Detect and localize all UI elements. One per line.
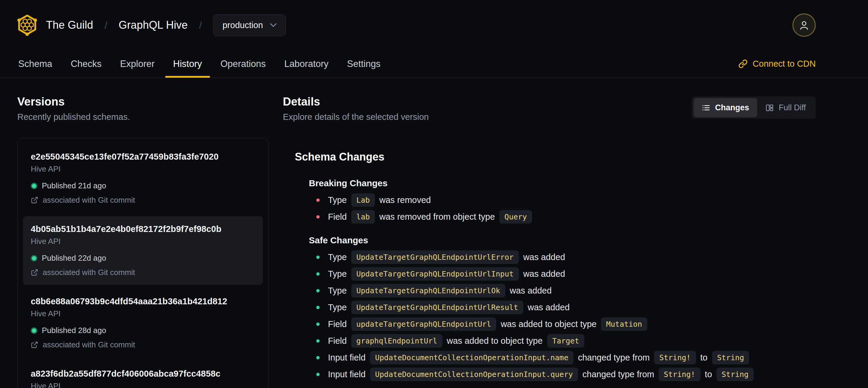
change-text: was added to object type — [447, 336, 543, 346]
version-card[interactable]: c8b6e88a06793b9c4dfd54aaa21b36a1b421d812… — [23, 289, 263, 357]
tab-history[interactable]: History — [165, 50, 210, 78]
link-chain-icon — [738, 59, 748, 68]
bullet-dot-icon — [316, 356, 319, 359]
change-text: was removed — [379, 195, 431, 205]
breaking-changes-list: TypeLabwas removedFieldlabwas removed fr… — [309, 191, 816, 225]
change-item: TypeUpdateTargetGraphQLEndpointUrlOkwas … — [316, 282, 816, 299]
schema-member-chip: Mutation — [601, 318, 647, 331]
breadcrumb-project[interactable]: GraphQL Hive — [119, 19, 188, 31]
bullet-dot-icon — [316, 199, 319, 202]
git-commit-link[interactable]: associated with Git commit — [31, 340, 255, 350]
change-text: was removed from object type — [379, 212, 495, 222]
version-status-label: Published 28d ago — [42, 326, 106, 335]
change-item: Input fieldUpdateDocumentCollectionOpera… — [316, 366, 816, 383]
tab-settings[interactable]: Settings — [339, 50, 389, 78]
change-text: to — [701, 353, 708, 363]
change-text: was added — [523, 252, 565, 262]
change-text: was added — [510, 286, 552, 296]
change-groups: Breaking ChangesTypeLabwas removedFieldl… — [295, 178, 816, 383]
change-text: Field — [328, 336, 347, 346]
bullet-dot-icon — [316, 256, 319, 259]
full-diff-view-button[interactable]: Full Diff — [757, 98, 814, 117]
version-hash: 4b05ab51b1b4a7e2e4b0ef82172f2b9f7ef98c0b — [31, 224, 255, 234]
git-commit-link[interactable]: associated with Git commit — [31, 196, 255, 205]
app-header: The Guild / GraphQL Hive / production Sc… — [0, 0, 868, 78]
details-header: Details Explore details of the selected … — [283, 95, 816, 122]
change-text: Type — [328, 252, 347, 262]
bullet-dot-icon — [316, 373, 319, 376]
published-dot-icon — [31, 255, 37, 262]
git-commit-label: associated with Git commit — [43, 268, 135, 277]
breadcrumb-separator: / — [199, 20, 202, 31]
versions-panel: Versions Recently published schemas. e2e… — [17, 95, 269, 388]
tab-operations[interactable]: Operations — [212, 50, 274, 78]
details-panel: Details Explore details of the selected … — [283, 95, 816, 388]
user-icon — [798, 20, 810, 31]
version-service: Hive API — [31, 381, 255, 388]
breaking-changes-title: Breaking Changes — [309, 178, 816, 188]
bullet-dot-icon — [316, 339, 319, 342]
connect-to-cdn-link[interactable]: Connect to CDN — [738, 50, 816, 78]
change-text: was added — [528, 302, 569, 312]
change-item: FieldgraphqlEndpointUrlwas added to obje… — [316, 332, 816, 349]
chevron-down-icon — [270, 23, 277, 27]
schema-changes-title: Schema Changes — [295, 151, 816, 163]
version-status-label: Published 22d ago — [42, 253, 106, 263]
bullet-dot-icon — [316, 306, 319, 309]
target-selector-value: production — [222, 20, 263, 30]
tab-explorer[interactable]: Explorer — [112, 50, 162, 78]
breadcrumb: The Guild / GraphQL Hive / production — [46, 14, 286, 36]
schema-member-chip: String! — [654, 351, 696, 364]
user-avatar-button[interactable] — [793, 13, 816, 37]
git-commit-label: associated with Git commit — [43, 340, 135, 350]
safe-changes-group: Safe ChangesTypeUpdateTargetGraphQLEndpo… — [309, 235, 816, 383]
schema-member-chip: Query — [499, 210, 532, 223]
version-card[interactable]: 4b05ab51b1b4a7e2e4b0ef82172f2b9f7ef98c0b… — [23, 216, 263, 285]
version-service: Hive API — [31, 309, 255, 318]
changes-view-label: Changes — [715, 103, 749, 112]
schema-member-chip: UpdateTargetGraphQLEndpointUrlResult — [351, 301, 523, 314]
schema-member-chip: lab — [351, 210, 375, 223]
schema-member-chip: Target — [547, 334, 584, 348]
change-text: Input field — [328, 369, 366, 379]
change-item: FieldupdateTargetGraphQLEndpointUrlwas a… — [316, 316, 816, 332]
version-service: Hive API — [31, 165, 255, 173]
change-item: TypeUpdateTargetGraphQLEndpointUrlInputw… — [316, 265, 816, 282]
change-item: TypeLabwas removed — [316, 191, 816, 208]
target-selector-dropdown[interactable]: production — [213, 14, 286, 36]
version-hash: e2e55045345ce13fe07f52a77459b83fa3fe7020 — [31, 152, 255, 162]
nav-tabs: SchemaChecksExplorerHistoryOperationsLab… — [10, 50, 389, 78]
bullet-dot-icon — [316, 215, 319, 218]
schema-member-chip: UpdateTargetGraphQLEndpointUrlError — [351, 250, 519, 264]
bullet-dot-icon — [316, 272, 319, 276]
change-text: Type — [328, 269, 347, 279]
breaking-changes-group: Breaking ChangesTypeLabwas removedFieldl… — [309, 178, 816, 225]
breadcrumb-org[interactable]: The Guild — [46, 19, 93, 31]
versions-subtitle: Recently published schemas. — [17, 112, 269, 122]
schema-changes-section: Schema Changes Breaking ChangesTypeLabwa… — [295, 151, 816, 383]
schema-member-chip: UpdateDocumentCollectionOperationInput.q… — [370, 368, 578, 381]
external-link-icon — [31, 269, 38, 276]
version-status: Published 21d ago — [31, 181, 255, 190]
change-text: changed type from — [578, 353, 650, 363]
breadcrumb-separator: / — [104, 20, 107, 31]
details-subtitle: Explore details of the selected version — [283, 112, 429, 122]
change-item: Fieldlabwas removed from object typeQuer… — [316, 208, 816, 225]
list-icon — [702, 103, 710, 112]
tab-checks[interactable]: Checks — [63, 50, 110, 78]
changes-view-button[interactable]: Changes — [693, 98, 757, 117]
version-card[interactable]: e2e55045345ce13fe07f52a77459b83fa3fe7020… — [23, 144, 263, 212]
hive-logo-icon[interactable] — [17, 12, 37, 38]
version-card[interactable]: a823f6db2a55df877dcf406006abca97fcc4858c… — [23, 361, 263, 388]
schema-member-chip: graphqlEndpointUrl — [351, 334, 442, 348]
brand-area: The Guild / GraphQL Hive / production — [17, 12, 286, 38]
schema-member-chip: updateTargetGraphQLEndpointUrl — [351, 318, 496, 331]
view-toggle-group: Changes Full Diff — [692, 96, 816, 119]
git-commit-link[interactable]: associated with Git commit — [31, 268, 255, 277]
header-top-row: The Guild / GraphQL Hive / production — [0, 0, 868, 50]
version-status-label: Published 21d ago — [42, 181, 106, 190]
tab-laboratory[interactable]: Laboratory — [276, 50, 337, 78]
tab-schema[interactable]: Schema — [10, 50, 60, 78]
split-columns-icon — [765, 103, 774, 112]
version-status: Published 28d ago — [31, 326, 255, 335]
